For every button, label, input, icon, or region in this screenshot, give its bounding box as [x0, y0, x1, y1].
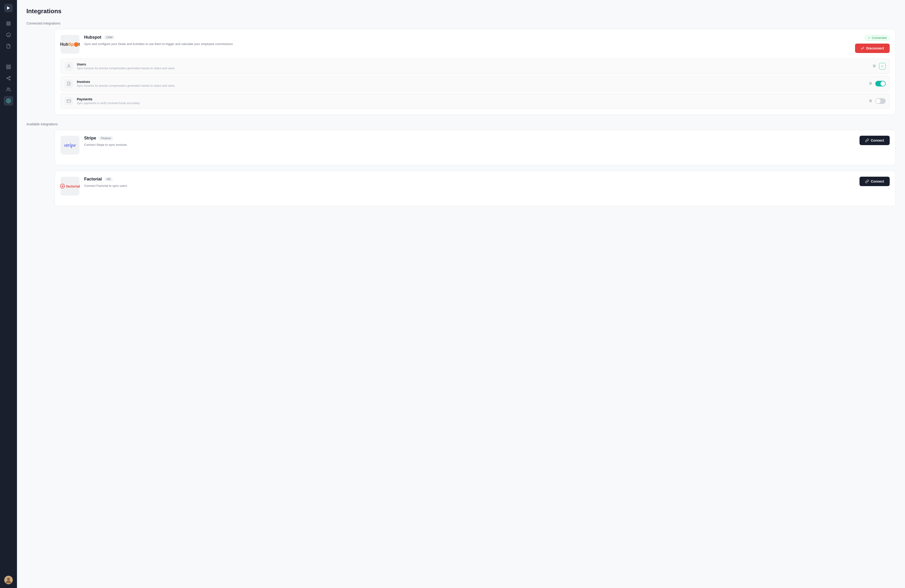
- payments-controls: [869, 98, 886, 104]
- svg-point-20: [68, 65, 70, 66]
- connect-icon-stripe: [865, 138, 869, 142]
- factorial-logo-text: ⊕ factorial: [60, 184, 80, 189]
- available-integrations-section: Available integrations stripe Stripe Fin…: [26, 122, 895, 206]
- svg-point-12: [7, 78, 8, 79]
- svg-point-16: [7, 88, 9, 90]
- stripe-description: Connect Stripe to sync invoices: [84, 143, 855, 147]
- stripe-connect-label: Connect: [871, 138, 884, 142]
- sidebar-item-settings[interactable]: [4, 96, 13, 106]
- svg-point-33: [871, 83, 872, 84]
- factorial-connect-button[interactable]: Connect: [859, 177, 890, 186]
- users-info: Users Sync invoices for precise compensa…: [77, 62, 869, 70]
- payments-name: Payments: [77, 97, 865, 101]
- users-check-badge[interactable]: ✓: [879, 63, 886, 70]
- sidebar-item-connections[interactable]: [4, 73, 13, 83]
- hubspot-users-item: Users Sync invoices for precise compensa…: [60, 59, 890, 74]
- invoices-info: Invoices Sync invoices for precise compe…: [77, 80, 865, 87]
- svg-line-14: [8, 78, 9, 79]
- factorial-connect-label: Connect: [871, 179, 884, 183]
- svg-rect-3: [7, 24, 8, 25]
- hubspot-tag: CRM: [104, 35, 115, 40]
- hubspot-payments-item: Payments Sync payments to verify receive…: [60, 93, 890, 109]
- user-avatar[interactable]: [4, 576, 13, 584]
- available-section-label: Available integrations: [26, 122, 895, 126]
- stripe-logo-box: stripe: [60, 136, 79, 155]
- stripe-connect-button[interactable]: Connect: [859, 136, 890, 145]
- connected-section-label: Connected integrations: [26, 21, 895, 25]
- stripe-card: stripe Stripe Finance Connect Stripe to …: [55, 130, 895, 165]
- svg-rect-10: [9, 67, 11, 69]
- factorial-name: Factorial: [84, 177, 102, 182]
- hubspot-disconnect-button[interactable]: Disconnect: [855, 44, 890, 53]
- hubspot-sub-items: Users Sync invoices for precise compensa…: [60, 59, 890, 109]
- factorial-actions: Connect: [859, 177, 890, 186]
- svg-rect-9: [6, 67, 8, 69]
- svg-point-11: [9, 76, 10, 78]
- payments-desc: Sync payments to verify received funds a…: [77, 101, 865, 105]
- hubspot-description: Sync and configure your Deals and Activi…: [84, 42, 850, 46]
- stripe-header: stripe Stripe Finance Connect Stripe to …: [60, 136, 890, 155]
- svg-point-19: [7, 578, 10, 580]
- stripe-name-row: Stripe Finance: [84, 136, 855, 141]
- factorial-header: ⊕ factorial Factorial HR Connect Factori…: [60, 177, 890, 195]
- factorial-card: ⊕ factorial Factorial HR Connect Factori…: [55, 171, 895, 206]
- page-title: Integrations: [26, 8, 895, 15]
- sidebar-item-commissions[interactable]: [4, 30, 13, 40]
- sidebar-item-documents[interactable]: [4, 41, 13, 51]
- hubspot-status-badge: ✓ Connected: [865, 35, 890, 41]
- stripe-actions: Connect: [859, 136, 890, 145]
- hubspot-header: HubSp⬤t Hubspot CRM Sync and configure y…: [60, 35, 890, 54]
- svg-rect-2: [9, 22, 10, 23]
- svg-point-42: [870, 101, 870, 102]
- hubspot-name-row: Hubspot CRM: [84, 35, 850, 40]
- hubspot-logo-text: HubSp⬤t: [60, 42, 80, 47]
- invoices-name: Invoices: [77, 80, 865, 84]
- payments-toggle[interactable]: [875, 98, 886, 104]
- filter-icon-invoices[interactable]: [869, 81, 872, 86]
- stripe-name: Stripe: [84, 136, 96, 141]
- factorial-name-row: Factorial HR: [84, 177, 855, 182]
- hubspot-actions: ✓ Connected Disconnect: [855, 35, 890, 53]
- factorial-info: Factorial HR Connect Factorial to sync u…: [84, 177, 855, 188]
- svg-point-13: [9, 79, 10, 80]
- svg-line-15: [8, 77, 9, 78]
- svg-point-17: [8, 100, 9, 101]
- users-name: Users: [77, 62, 869, 66]
- connect-icon-factorial: [865, 179, 869, 183]
- stripe-tag: Finance: [98, 136, 113, 140]
- svg-point-40: [870, 100, 870, 100]
- factorial-circle-icon: ⊕: [60, 184, 65, 189]
- hubspot-card: HubSp⬤t Hubspot CRM Sync and configure y…: [55, 29, 895, 115]
- users-icon: [65, 62, 73, 70]
- svg-point-26: [873, 67, 874, 67]
- factorial-logo-box: ⊕ factorial: [60, 177, 79, 195]
- svg-rect-35: [67, 100, 71, 103]
- factorial-tag: HR: [104, 177, 113, 181]
- factorial-description: Connect Factorial to sync users: [84, 184, 855, 188]
- invoices-toggle[interactable]: [875, 81, 886, 86]
- svg-point-34: [870, 84, 870, 85]
- svg-rect-7: [6, 65, 8, 67]
- connected-integrations-section: Connected integrations HubSp⬤t Hubspot C…: [26, 21, 895, 115]
- hubspot-invoices-item: Invoices Sync invoices for precise compe…: [60, 76, 890, 91]
- filter-icon-payments[interactable]: [869, 99, 872, 103]
- sidebar-item-teams[interactable]: [4, 62, 13, 71]
- svg-point-25: [875, 65, 875, 66]
- disconnect-label: Disconnect: [866, 46, 884, 50]
- svg-marker-0: [7, 6, 10, 10]
- hubspot-status-text: Connected: [872, 36, 887, 40]
- sidebar-bottom: [4, 576, 13, 584]
- disconnect-icon: [861, 46, 864, 50]
- hubspot-name: Hubspot: [84, 35, 102, 40]
- payments-info: Payments Sync payments to verify receive…: [77, 97, 865, 105]
- svg-point-24: [873, 65, 874, 65]
- sidebar: [0, 0, 17, 588]
- users-desc: Sync invoices for precise compensation g…: [77, 67, 869, 70]
- invoices-controls: [869, 81, 886, 86]
- svg-rect-8: [9, 65, 11, 67]
- sidebar-item-dashboard[interactable]: [4, 19, 13, 28]
- invoices-icon: [65, 79, 73, 88]
- sidebar-logo[interactable]: [4, 4, 13, 12]
- filter-icon-users[interactable]: [872, 64, 876, 68]
- sidebar-item-people[interactable]: [4, 85, 13, 94]
